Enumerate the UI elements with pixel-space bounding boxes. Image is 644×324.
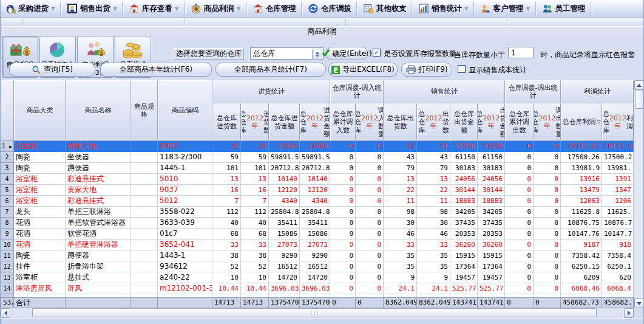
cost-stats-checkbox[interactable] [458, 65, 466, 73]
cell-spec [130, 261, 158, 272]
cell-value: 30183 [478, 163, 505, 174]
column-header[interactable]: 总仓库2012年出货数 [417, 103, 450, 141]
cell-value: 11625.8 [561, 207, 602, 218]
cell-value: 0 [505, 163, 534, 174]
table-row[interactable]: 2陶瓷坐便器1183-2/300595959891.559891.5004343… [1, 152, 634, 163]
table-row[interactable]: 5浴室柜黄家天地90371616121201212000222230144301… [1, 185, 634, 196]
scroll-up-button[interactable] [634, 80, 644, 90]
toolbar-item-4[interactable]: ¥商品利润▼ [189, 2, 243, 16]
column-header-static-2[interactable]: 商品名称 [66, 80, 130, 141]
column-header[interactable]: 总仓库累计调出数 [505, 103, 534, 141]
vertical-scrollbar[interactable] [634, 80, 644, 308]
cell-value: 10147.76 [561, 229, 602, 240]
arrow-left-icon [4, 311, 7, 315]
warehouse-select[interactable]: 总仓库 [250, 47, 324, 60]
action-button-1[interactable]: 查询(F5) [9, 63, 95, 77]
svg-text:$: $ [100, 50, 103, 56]
column-header[interactable]: 总仓库进货数 [212, 103, 241, 141]
cell-category: 陶瓷 [14, 250, 66, 261]
table-row[interactable]: 6浴室柜彩迪悬挂式5012774340434000111118883188830… [1, 196, 634, 207]
vertical-scroll-thumb[interactable] [635, 91, 643, 109]
column-header[interactable]: 总仓库出货金额 [450, 103, 478, 141]
chevron-down-icon[interactable]: ▼ [51, 5, 55, 12]
action-button-3[interactable]: 全部商品本月统计(F7) [215, 63, 326, 77]
column-header[interactable]: 总仓库2012年进货数 [241, 103, 269, 141]
total-value: 0 [330, 297, 356, 308]
threshold-input[interactable] [508, 47, 534, 58]
column-header[interactable]: 总仓库2012年调出数量 [534, 103, 561, 141]
toolbar-item-2[interactable]: 销售出货▼ [65, 2, 119, 16]
cell-value: 0 [330, 152, 356, 163]
chevron-down-icon[interactable]: ▼ [237, 5, 241, 12]
column-header[interactable]: 总仓库2012年进货金额 [300, 103, 330, 141]
cell-value: 1391 [602, 174, 634, 185]
toolbar-item-7[interactable]: 其他收支 [361, 2, 408, 16]
toolbar-item-1[interactable]: 采购进货▼ [3, 2, 57, 16]
toolbar-separator [507, 19, 509, 25]
total-label: 合计 [14, 297, 66, 308]
horizontal-scrollbar[interactable] [1, 308, 634, 318]
column-header[interactable]: 总仓库进货金额 [269, 103, 300, 141]
status-strip [1, 318, 643, 324]
table-row[interactable]: 14淋浴房屏风屏风m12102-001-310.4410.443696.0336… [1, 283, 634, 294]
chevron-down-icon[interactable]: ▼ [464, 5, 469, 12]
cell-value: 0 [534, 229, 561, 240]
horizontal-scroll-thumb[interactable] [32, 308, 597, 317]
table-row[interactable]: 7龙头单把三联淋浴3558-02211211225804.825804.8009… [1, 207, 634, 218]
customer-manage-icon [480, 3, 492, 15]
table-row[interactable]: 8花洒单把软管式淋浴器3633-039404035411354110030303… [1, 218, 634, 229]
cell-value: 24.1 [384, 283, 417, 294]
cell-value: 13 [384, 174, 417, 185]
table-row[interactable]: 3陶瓷蹲便器1445-110110120712.820712.800797930… [1, 163, 634, 174]
column-header[interactable]: 总仓库出货数 [384, 103, 417, 141]
stock-alert-checkbox[interactable]: ✓ [373, 49, 381, 57]
table-row[interactable]: 11陶瓷蹲便器1443-1383892909290003535159151591… [1, 250, 634, 261]
column-header[interactable]: 总仓库累计调入数 [330, 103, 356, 141]
table-row[interactable]: 13浴室柜悬挂式a240-221010147201472000991945719… [1, 272, 634, 283]
table-row[interactable]: 12挂件折叠浴巾架9346125252165121651200353517364… [1, 261, 634, 272]
chevron-down-icon[interactable]: ▼ [113, 5, 117, 12]
action-button-2[interactable]: 全部商品本年统计(F6) [100, 63, 212, 77]
table-row[interactable]: 1 ▶浴室柜黄家天地800226262166021660003131519385… [1, 141, 634, 152]
action-button-label: 全部商品本月统计(F7) [234, 64, 307, 75]
column-header-static-3[interactable]: 商品规格 [130, 80, 158, 141]
column-header[interactable]: 总仓库2012年利润 [602, 103, 634, 141]
toolbar-item-3[interactable]: 库存查看▼ [127, 2, 181, 16]
cell-value: 6068.4 [602, 283, 634, 294]
spinner-icon[interactable] [312, 49, 322, 60]
cell-product-code: 3633-039 [158, 218, 212, 229]
cell-value: 52 [241, 261, 269, 272]
scroll-right-button[interactable] [624, 308, 634, 318]
action-button-5[interactable]: 打印(F9) [401, 63, 452, 77]
cell-value: 46 [384, 229, 417, 240]
column-header[interactable]: 总仓库利润▽ [561, 103, 602, 141]
cell-value: 0 [330, 196, 356, 207]
cell-value: 9290 [269, 250, 300, 261]
cell-value: 38 [212, 250, 241, 261]
table-row[interactable]: 10花洒单把硬管淋浴器3652-041333327073270730033333… [1, 240, 634, 250]
toolbar-item-9[interactable]: 客户管理▼ [478, 2, 532, 16]
column-header-static-4[interactable]: 商品编码 [158, 80, 212, 141]
scroll-down-button[interactable] [634, 298, 644, 308]
scroll-left-button[interactable] [1, 308, 10, 318]
toolbar-item-5[interactable]: 仓库管理 [251, 2, 298, 16]
column-header[interactable]: 总仓库2012年出货金额 [478, 103, 505, 141]
confirm-button[interactable]: 确定(Enter) [326, 47, 368, 60]
toolbar-item-6[interactable]: 仓库调拨 [306, 2, 353, 16]
column-group-header-4: 仓库调拨-调出统计 [505, 80, 561, 103]
cell-value: 22 [384, 185, 417, 196]
chevron-down-icon[interactable]: ▼ [175, 5, 179, 12]
action-button-4[interactable]: E导出EXCEL(F8) [328, 63, 398, 77]
toolbar-item-8[interactable]: 销售统计▼ [416, 2, 470, 16]
app-window: 采购进货▼销售出货▼库存查看▼¥商品利润▼仓库管理仓库调拨其他收支销售统计▼客户… [0, 0, 644, 324]
toolbar-item-10[interactable]: 员工管理 [540, 2, 588, 16]
cell-value: 40 [212, 218, 241, 229]
column-header-static-1[interactable]: 商品大类 [14, 80, 66, 141]
toolbar-separator [184, 2, 186, 15]
cell-value: 1347 [602, 185, 634, 196]
table-row[interactable]: 9花洒软管花洒01c768681508615086004646203532035… [1, 229, 634, 240]
chevron-down-icon[interactable]: ▼ [526, 5, 530, 12]
table-row[interactable]: 4浴室柜彩迪悬挂式5010131310140101400013132405624… [1, 174, 634, 185]
column-header[interactable]: 总仓库2012年调入数量 [356, 103, 384, 141]
page-title: 商品利润 [1, 27, 643, 35]
